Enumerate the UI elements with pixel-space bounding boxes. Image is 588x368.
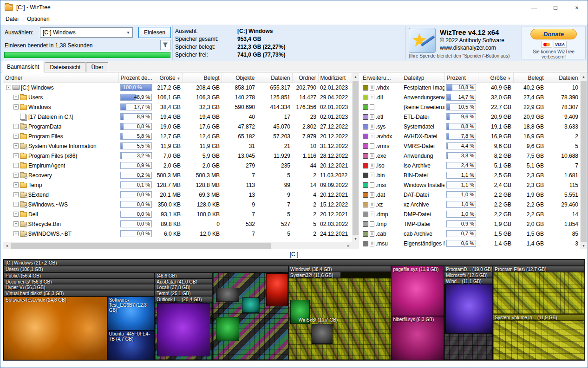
treemap-cell[interactable]: AppData\ (41,0 GB) — [155, 278, 213, 284]
folder-row[interactable]: +$Windows.~WS0,0 %350,0 KB128,0 KB97215.… — [3, 200, 352, 209]
filetype-row[interactable]: (keine Erweiterung)10,5 %22,7 GB22,9 GB7… — [361, 102, 580, 112]
folder-table-hscrollbar[interactable]: ◄ ► — [3, 242, 352, 249]
treemap-cell[interactable] — [157, 303, 210, 356]
expander-icon[interactable]: + — [13, 153, 19, 158]
expander-icon[interactable]: + — [13, 173, 19, 178]
folder-row[interactable]: +$Extend0,0 %20,1 MB69,3 MB139420.12.202… — [3, 190, 352, 200]
column-header[interactable]: Erweiteru... — [361, 73, 402, 83]
treemap[interactable]: Computer Base [C:] Windows (217,2 GB)Use… — [3, 259, 585, 361]
treemap-cell[interactable]: Program Files\ (12,7 GB) — [493, 266, 585, 272]
scroll-down-icon[interactable]: ▼ — [580, 242, 587, 249]
treemap-cell[interactable]: Software-Test.vhdx (24,8 GB) — [4, 297, 107, 360]
folder-row[interactable]: [17 Dateien in C:\]8,9 %19,4 GB19,4 GB40… — [3, 112, 352, 122]
treemap-cell[interactable]: pagefile.sys (11,9 GB) — [391, 266, 444, 316]
treemap-cell[interactable]: Hyper-V\ (56,3 GB) — [4, 284, 155, 290]
treemap-cell[interactable]: Local\ (37,8 GB) — [155, 284, 213, 290]
treemap-cell[interactable] — [493, 320, 585, 360]
folder-row[interactable]: +Program Files (x86)3,2 %7,0 GB5,9 GB13.… — [3, 151, 352, 161]
filetype-row[interactable]: .etlETL-Datei9,6 %20,9 GB20,9 GB9.409 — [361, 112, 580, 122]
expander-icon[interactable]: + — [13, 143, 19, 148]
treemap-cell[interactable]: Temp\ (25,1 GB) — [155, 290, 213, 296]
treemap-cell[interactable]: Software-Test_EC6B7 (12,3 GB) — [107, 297, 155, 330]
column-header[interactable]: Ordner — [3, 73, 118, 83]
scroll-right-icon[interactable]: ► — [345, 242, 352, 249]
filetype-row[interactable]: .avhdxAVHDX-Datei7,8 %16,9 GB16,9 GB2 — [361, 131, 580, 141]
treemap-cell[interactable] — [216, 317, 239, 341]
menu-item-optionen[interactable]: Optionen — [23, 14, 54, 25]
menu-item-datei[interactable]: Datei — [1, 14, 23, 25]
column-header[interactable]: Dateityp — [402, 73, 444, 83]
treemap-cell[interactable] — [242, 297, 260, 313]
column-header[interactable]: Belegt — [183, 73, 222, 83]
minimize-button[interactable]: — — [523, 0, 545, 14]
treemap-cell[interactable]: (48,6 GB) — [155, 272, 213, 278]
column-header[interactable]: Belegt — [513, 73, 546, 83]
scroll-up-icon[interactable]: ▲ — [352, 73, 359, 80]
treemap-cell[interactable]: Wind... (11,1 GB) — [444, 278, 493, 284]
expander-icon[interactable]: + — [13, 124, 19, 129]
expander-icon[interactable]: + — [13, 182, 19, 187]
folder-row[interactable]: +Temp0,1 %128,7 MB128,8 MB113991409.09.2… — [3, 180, 352, 190]
column-header[interactable]: Größe▼ — [478, 73, 513, 83]
filetype-row[interactable]: .tmpTMP-Datei0,9 %1,9 GB2,0 GB1.854 — [361, 219, 580, 229]
filetype-row[interactable]: .exeAnwendung3,8 %8,2 GB7,5 GB10.688 — [361, 151, 580, 161]
tab-baumansicht[interactable]: Baumansicht — [2, 61, 44, 72]
expander-icon[interactable]: + — [13, 134, 19, 139]
treemap-cell[interactable] — [493, 272, 585, 314]
filetype-table-vscrollbar[interactable]: ▲ ▼ — [580, 73, 587, 249]
folder-row[interactable]: +$WINDOWS.~BT0,0 %6,0 KB12,0 KB75224.12.… — [3, 229, 352, 239]
donate-button[interactable]: Donate — [530, 29, 577, 39]
expander-icon[interactable]: + — [13, 192, 19, 197]
column-header[interactable]: Dateien — [546, 73, 580, 83]
scroll-left-icon[interactable]: ◄ — [3, 242, 10, 249]
expander-icon[interactable]: + — [13, 202, 19, 207]
column-header[interactable]: Prozent de... — [118, 73, 154, 83]
folder-row[interactable]: +System Volume Information5,5 %11,9 GB11… — [3, 141, 352, 151]
folder-row[interactable]: +Windows17,7 %38,4 GB32,3 GB590.690414.3… — [3, 102, 352, 112]
treemap-cell[interactable]: Documents\ (56,3 GB) — [4, 278, 155, 284]
filetype-row[interactable]: .dmpDMP-Datei1,0 %2,2 GB2,2 GB14 — [361, 209, 580, 219]
website-link[interactable]: www.diskanalyzer.com — [440, 44, 504, 52]
folder-table-vscrollbar[interactable]: ▲ ▼ — [352, 73, 359, 242]
expander-icon[interactable]: + — [13, 221, 19, 226]
treemap-cell[interactable] — [312, 324, 333, 344]
folder-row[interactable]: +EmpirumAgent0,9 %2,0 GB2,0 GB2792354420… — [3, 161, 352, 170]
expander-icon[interactable]: + — [13, 231, 19, 236]
treemap-cell[interactable] — [266, 273, 287, 307]
filetype-row[interactable]: .binBIN-Datei1,1 %2,5 GB2,3 GB1.681 — [361, 170, 580, 180]
scrollbar-thumb[interactable] — [581, 81, 587, 242]
filetype-row[interactable]: .msuEigenständiges Microsoft Update0,6 %… — [361, 239, 580, 248]
column-header[interactable]: Prozent — [444, 73, 478, 83]
scrollbar-thumb[interactable] — [11, 243, 271, 249]
folder-row[interactable]: -[C:] Windows100,0 %217,2 GB208,4 GB858.… — [3, 83, 352, 92]
chevron-down-icon[interactable]: ▼ — [124, 28, 132, 37]
close-button[interactable]: × — [566, 0, 588, 14]
treemap-cell[interactable]: hiberfil.sys (6,3 GB) — [391, 316, 444, 360]
filetype-row[interactable]: .cabcab Archive0,7 %1,5 GB1,5 GB85 — [361, 229, 580, 239]
column-header[interactable]: Größe▼ — [154, 73, 183, 83]
column-header[interactable]: Modifiziert — [318, 73, 352, 83]
treemap-cell[interactable]: Microsoft\ (12,6 GB) — [444, 272, 493, 278]
tab-über[interactable]: Über — [86, 62, 108, 72]
column-header[interactable]: Dateien — [257, 73, 292, 83]
treemap-cell[interactable]: [C:] Windows (217,2 GB) — [4, 259, 585, 266]
expander-icon[interactable]: + — [13, 163, 19, 168]
filetype-row[interactable]: .sysSystemdatei8,8 %19,1 GB18,8 GB3.633 — [361, 122, 580, 131]
expander-icon[interactable]: + — [13, 95, 19, 100]
treemap-cell[interactable]: System Volume In... (11,9 GB) — [493, 314, 585, 320]
treemap-cell[interactable] — [216, 288, 239, 302]
treemap-cell[interactable]: Windows\ (38,4 GB) — [288, 266, 391, 272]
column-header[interactable]: Ordner — [292, 73, 318, 83]
expander-icon[interactable]: + — [13, 104, 19, 110]
treemap-cell[interactable]: WinSxS\ (10,7 GB) — [297, 317, 361, 323]
filetype-row[interactable]: .isoiso Archive2,4 %5,1 GB5,1 GB7 — [361, 161, 580, 170]
folder-row[interactable]: +Program Files5,8 %12,7 GB12,4 GB65.1825… — [3, 131, 352, 141]
treemap-cell[interactable]: System32\ (11,6 GB) — [288, 272, 341, 278]
filetype-row[interactable]: .datDAT-Datei1,0 %2,2 GB1,9 GB5.551 — [361, 190, 580, 200]
scroll-up-icon[interactable]: ▲ — [580, 73, 587, 80]
filter-button[interactable] — [160, 40, 170, 50]
folder-row[interactable]: +ProgramData8,8 %19,0 GB17,6 GB47.87245.… — [3, 122, 352, 131]
maximize-button[interactable]: □ — [545, 0, 566, 14]
treemap-cell[interactable]: Ubuntu_445F0FE4-7B (4,7 GB) — [107, 330, 155, 360]
scrollbar-thumb[interactable] — [353, 81, 359, 235]
